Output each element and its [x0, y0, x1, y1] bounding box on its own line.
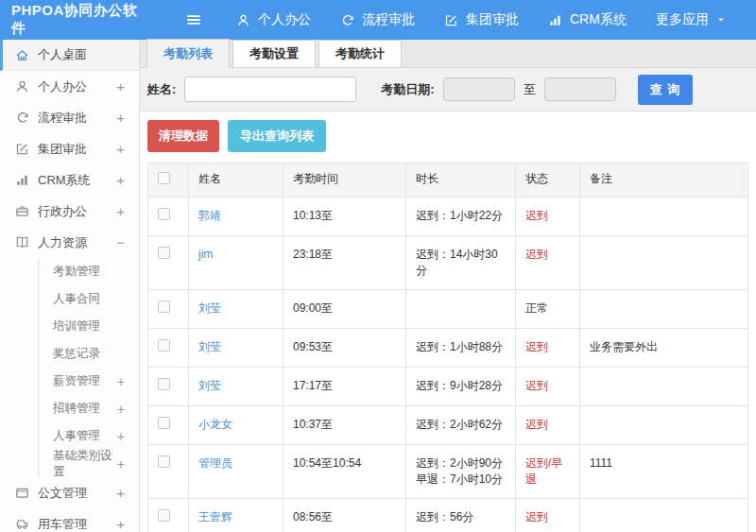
nav-item[interactable]: 集团审批 — [444, 11, 519, 28]
search-button[interactable]: 查 询 — [638, 75, 694, 105]
table-row: 郭靖 10:13至 迟到：1小时22分 迟到 — [148, 197, 748, 236]
employee-name-link[interactable]: jim — [198, 248, 213, 261]
nav-item[interactable]: CRM系统 — [548, 11, 627, 28]
car-icon — [15, 517, 29, 531]
row-checkbox[interactable] — [158, 417, 170, 429]
status-badge: 迟到 — [516, 236, 580, 290]
expand-toggle-icon[interactable]: + — [117, 429, 125, 444]
app-title: PHPOA协同办公软件 — [0, 2, 140, 38]
date-from-input[interactable] — [443, 77, 515, 101]
sidebar-item[interactable]: 培训管理 — [0, 313, 139, 340]
employee-name-link[interactable]: 郭靖 — [198, 209, 221, 222]
sidebar-item[interactable]: 公文管理 + — [0, 477, 139, 508]
nav-item-label: 集团审批 — [466, 11, 519, 28]
sidebar-item[interactable]: 奖惩记录 — [0, 340, 139, 368]
briefcase-icon — [15, 204, 29, 218]
sidebar-item[interactable]: 行政办公 + — [0, 196, 139, 227]
nav-item[interactable]: 更多应用 — [656, 11, 726, 28]
note-cell — [580, 197, 748, 236]
expand-toggle-icon[interactable]: + — [116, 141, 125, 157]
tab[interactable]: 考勤设置 — [232, 40, 316, 67]
sidebar-item-label: 个人桌面 — [38, 46, 87, 63]
row-checkbox[interactable] — [158, 378, 170, 390]
sidebar-item[interactable]: 招聘管理 + — [0, 395, 139, 422]
employee-name-link[interactable]: 小龙女 — [198, 418, 232, 431]
duration-cell: 迟到：1小时88分 — [406, 329, 516, 368]
employee-name-link[interactable]: 刘莹 — [198, 379, 221, 392]
select-all-checkbox[interactable] — [158, 172, 170, 184]
export-list-button[interactable]: 导出查询列表 — [228, 120, 326, 152]
sidebar-item[interactable]: 基础类别设置 + — [0, 450, 139, 477]
status-badge: 迟到 — [516, 406, 580, 445]
tab[interactable]: 考勤列表 — [146, 39, 230, 68]
expand-toggle-icon[interactable]: + — [116, 203, 125, 219]
employee-name-link[interactable]: 刘莹 — [198, 301, 221, 315]
tab-label: 考勤列表 — [163, 45, 213, 62]
nav-item[interactable]: 个人办公 — [236, 11, 311, 28]
menu-icon[interactable] — [185, 11, 202, 28]
attendance-table: 姓名 考勤时间 时长 状态 备注 郭靖 10:13至 迟到：1小时 — [147, 163, 748, 532]
sidebar-item[interactable]: 薪资管理 + — [0, 368, 139, 395]
duration-cell: 迟到：56分 — [406, 499, 516, 532]
user-icon — [15, 79, 29, 94]
employee-name-link[interactable]: 刘莹 — [198, 340, 221, 353]
expand-toggle-icon[interactable]: − — [116, 234, 125, 250]
table-row: 小龙女 10:37至 迟到：2小时62分 迟到 — [148, 406, 748, 445]
content-area: 清理数据 导出查询列表 姓名 考勤时间 时长 状态 备注 — [140, 112, 756, 532]
row-checkbox[interactable] — [158, 509, 170, 522]
row-checkbox[interactable] — [158, 455, 170, 468]
sidebar-item[interactable]: 用车管理 + — [0, 508, 139, 532]
row-checkbox[interactable] — [158, 300, 170, 313]
sidebar-item-label: 用车管理 — [38, 516, 87, 532]
name-filter-input[interactable] — [184, 77, 356, 102]
edit-icon — [444, 13, 458, 27]
sidebar: 个人桌面 个人办公 + 流程审批 + 集团审批 + — [0, 40, 140, 532]
sidebar-item[interactable]: 人事管理 + — [0, 422, 139, 450]
nav-item-label: 流程审批 — [362, 11, 415, 28]
sidebar-item-label: 行政办公 — [38, 203, 87, 220]
expand-toggle-icon[interactable]: + — [116, 110, 125, 126]
sidebar-item-label: 人事管理 — [53, 428, 100, 444]
duration-cell: 迟到：2小时62分 — [406, 406, 516, 445]
status-badge: 迟到 — [516, 499, 580, 532]
home-icon — [15, 48, 29, 62]
duration-cell — [406, 290, 516, 329]
toolbar: 清理数据 导出查询列表 — [147, 120, 748, 152]
sidebar-item[interactable]: 人事合同 — [0, 285, 139, 313]
sidebar-item[interactable]: 集团审批 + — [0, 133, 139, 164]
row-checkbox[interactable] — [158, 247, 170, 259]
expand-toggle-icon[interactable]: + — [117, 456, 125, 472]
sidebar-item-label: 考勤管理 — [53, 264, 100, 280]
employee-name-link[interactable]: 管理员 — [198, 456, 232, 470]
doc-icon — [15, 486, 29, 500]
col-header-duration: 时长 — [406, 163, 516, 197]
row-checkbox[interactable] — [158, 208, 170, 220]
expand-toggle-icon[interactable]: + — [117, 374, 125, 389]
col-header-note: 备注 — [580, 163, 748, 197]
sidebar-item[interactable]: 考勤管理 — [0, 258, 139, 285]
expand-toggle-icon[interactable]: + — [116, 172, 125, 188]
sidebar-item-label: 个人办公 — [38, 78, 87, 95]
sidebar-item-label: 人事合同 — [53, 291, 100, 307]
attendance-time-cell: 09:53至 — [284, 329, 406, 368]
expand-toggle-icon[interactable]: + — [116, 485, 125, 501]
sidebar-item[interactable]: CRM系统 + — [0, 164, 139, 196]
attendance-time-cell: 17:17至 — [284, 368, 406, 406]
sidebar-item[interactable]: 人力资源 − — [0, 227, 139, 258]
expand-toggle-icon[interactable]: + — [117, 402, 125, 417]
employee-name-link[interactable]: 王壹辉 — [198, 510, 232, 523]
row-checkbox[interactable] — [158, 339, 170, 352]
sidebar-item[interactable]: 个人桌面 — [0, 40, 139, 71]
note-cell — [580, 499, 748, 532]
duration-cell: 迟到：9小时28分 — [406, 368, 516, 406]
duration-cell: 迟到：2小时90分 早退：7小时10分 — [406, 445, 516, 499]
clear-data-button[interactable]: 清理数据 — [147, 120, 219, 152]
nav-item[interactable]: 流程审批 — [340, 11, 415, 28]
expand-toggle-icon[interactable]: + — [116, 78, 125, 94]
expand-toggle-icon[interactable]: + — [116, 516, 125, 532]
date-to-input[interactable] — [544, 77, 616, 101]
sidebar-item[interactable]: 个人办公 + — [0, 71, 139, 102]
sidebar-item[interactable]: 流程审批 + — [0, 102, 139, 133]
tab[interactable]: 考勤统计 — [318, 40, 402, 67]
main-panel: 考勤列表 考勤设置 考勤统计 姓名: 考勤日期: 至 查 询 清理数据 — [140, 40, 756, 532]
